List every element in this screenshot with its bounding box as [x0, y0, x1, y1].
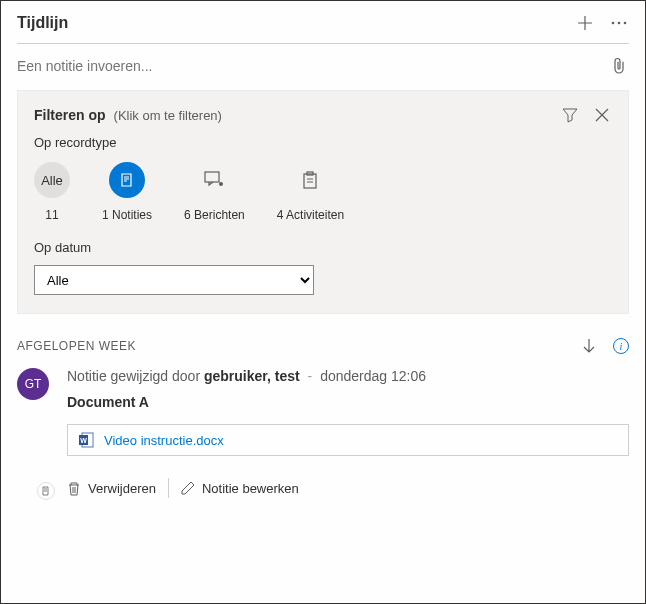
attachment[interactable]: W Video instructie.docx [67, 424, 629, 456]
note-input-row [17, 44, 629, 90]
chip-posts[interactable]: 6 Berichten [184, 162, 245, 222]
entry-timestamp: donderdag 12:06 [320, 368, 426, 384]
edit-button[interactable]: Notitie bewerken [169, 481, 311, 496]
svg-point-2 [624, 22, 627, 25]
trash-icon [67, 481, 81, 496]
filter-header: Filteren op (Klik om te filteren) [34, 105, 612, 125]
chip-posts-circle [196, 162, 232, 198]
chip-all-caption: 11 [45, 208, 58, 222]
record-type-label: Op recordtype [34, 135, 612, 150]
header-actions [575, 13, 629, 33]
section-header: AFGELOPEN WEEK i [17, 336, 629, 356]
filter-hint: (Klik om te filteren) [114, 108, 222, 123]
entry-body: Notitie gewijzigd door gebruiker, test -… [67, 368, 629, 498]
delete-button[interactable]: Verwijderen [67, 481, 168, 496]
arrow-down-icon [582, 338, 596, 354]
entry-meta: Notitie gewijzigd door gebruiker, test -… [67, 368, 629, 384]
section-label: AFGELOPEN WEEK [17, 339, 136, 353]
date-label: Op datum [34, 240, 612, 255]
more-icon [611, 21, 627, 25]
info-button[interactable]: i [613, 338, 629, 354]
avatar-wrap: GT [17, 368, 53, 498]
pencil-icon [181, 481, 195, 495]
chip-activities-circle [292, 162, 328, 198]
entry-meta-prefix: Notitie gewijzigd door [67, 368, 204, 384]
type-chips: Alle 11 1 Notities 6 Berichten 4 Activi [34, 162, 612, 222]
panel-header: Tijdlijn [17, 13, 629, 44]
paperclip-icon [612, 57, 626, 75]
filter-close-button[interactable] [592, 105, 612, 125]
avatar-badge [37, 482, 55, 500]
word-icon: W [78, 432, 94, 448]
delete-label: Verwijderen [88, 481, 156, 496]
action-row: Verwijderen Notitie bewerken [67, 478, 629, 498]
section-icons: i [579, 336, 629, 356]
date-select[interactable]: Alle [34, 265, 314, 295]
filter-title-row: Filteren op (Klik om te filteren) [34, 107, 222, 123]
timeline-entry: GT Notitie gewijzigd door gebruiker, tes… [17, 368, 629, 498]
filter-label: Filteren op [34, 107, 106, 123]
entry-title: Document A [67, 394, 629, 410]
more-button[interactable] [609, 13, 629, 33]
timeline-panel: Tijdlijn Filteren op (Klik om te filtere… [0, 0, 646, 604]
edit-label: Notitie bewerken [202, 481, 299, 496]
filter-funnel-button[interactable] [560, 105, 580, 125]
filter-header-icons [560, 105, 612, 125]
svg-point-1 [618, 22, 621, 25]
attachment-name: Video instructie.docx [104, 433, 224, 448]
note-badge-icon [41, 486, 51, 496]
chip-notes-circle [109, 162, 145, 198]
chip-all[interactable]: Alle 11 [34, 162, 70, 222]
sort-button[interactable] [579, 336, 599, 356]
close-icon [595, 108, 609, 122]
entry-user: gebruiker, test [204, 368, 300, 384]
clipboard-icon [302, 171, 318, 189]
chip-activities[interactable]: 4 Activiteiten [277, 162, 344, 222]
info-icon: i [620, 341, 623, 352]
note-icon [118, 171, 136, 189]
svg-rect-3 [205, 172, 219, 182]
chip-notes-caption: 1 Notities [102, 208, 152, 222]
chip-posts-caption: 6 Berichten [184, 208, 245, 222]
svg-text:W: W [80, 437, 87, 444]
svg-rect-5 [304, 174, 316, 188]
svg-point-4 [219, 182, 223, 186]
panel-title: Tijdlijn [17, 14, 68, 32]
plus-icon [577, 15, 593, 31]
entry-sep: - [308, 368, 313, 384]
filter-panel: Filteren op (Klik om te filteren) Op rec… [17, 90, 629, 314]
svg-point-0 [612, 22, 615, 25]
chip-notes[interactable]: 1 Notities [102, 162, 152, 222]
add-button[interactable] [575, 13, 595, 33]
attach-button[interactable] [609, 56, 629, 76]
funnel-icon [562, 107, 578, 123]
chip-all-circle: Alle [34, 162, 70, 198]
chip-activities-caption: 4 Activiteiten [277, 208, 344, 222]
post-icon [204, 171, 224, 189]
avatar: GT [17, 368, 49, 400]
note-input[interactable] [17, 58, 609, 74]
